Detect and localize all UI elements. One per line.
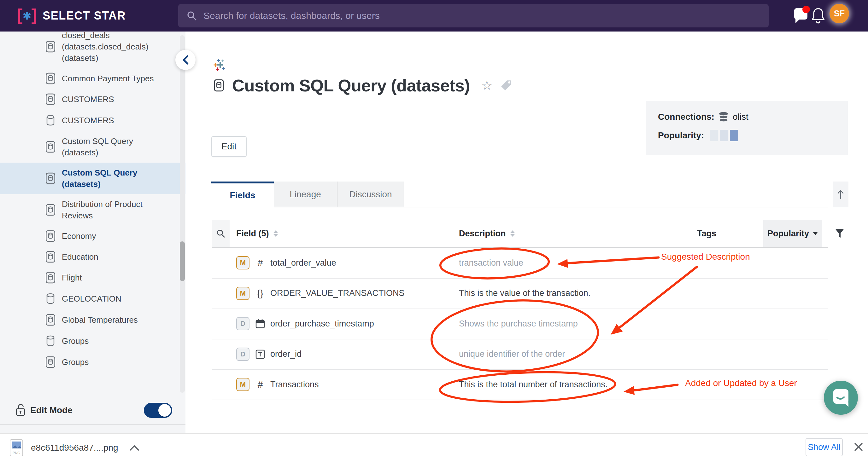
edit-mode-toggle[interactable] bbox=[144, 403, 172, 418]
braces-icon: {} bbox=[254, 288, 267, 299]
expand-file-chevron-icon[interactable] bbox=[130, 445, 139, 451]
row-divider bbox=[212, 400, 828, 400]
sidebar-item[interactable]: closed_deals (datasets.closed_deals) (da… bbox=[0, 32, 185, 68]
column-header-description[interactable]: Description bbox=[459, 220, 515, 247]
filter-button[interactable] bbox=[835, 228, 845, 239]
sidebar-item[interactable]: Custom SQL Query (datasets) bbox=[0, 131, 185, 163]
sidebar-item[interactable]: Custom SQL Query (datasets) bbox=[0, 163, 185, 194]
top-navigation-bar: [✱] SELECT STAR SF bbox=[0, 0, 868, 32]
search-input[interactable] bbox=[204, 10, 740, 21]
notifications-bell-icon[interactable] bbox=[811, 7, 826, 25]
sidebar-scrollbar-track bbox=[180, 35, 185, 393]
sidebar-item-label: Flight bbox=[62, 272, 172, 283]
connections-card: Connections: olist Popularity: bbox=[646, 101, 848, 155]
field-type-badge: M bbox=[236, 256, 249, 269]
field-description: unique identifier of the order bbox=[459, 349, 565, 359]
close-download-bar-icon[interactable] bbox=[854, 442, 864, 453]
field-description: This is the value of the transaction. bbox=[459, 288, 590, 298]
table-icon bbox=[45, 356, 56, 368]
collapse-sidebar-button[interactable] bbox=[175, 50, 195, 70]
sidebar-item[interactable]: Distribution of Product Reviews bbox=[0, 194, 185, 226]
chat-bubble-icon bbox=[832, 389, 850, 407]
popularity-label: Popularity: bbox=[658, 130, 704, 140]
edit-button[interactable]: Edit bbox=[211, 136, 247, 157]
tab-lineage[interactable]: Lineage bbox=[274, 182, 337, 207]
field-type-badge: M bbox=[236, 287, 249, 300]
sidebar-item[interactable]: CUSTOMERS bbox=[0, 110, 185, 131]
sidebar-item[interactable]: Groups bbox=[0, 352, 185, 372]
table-icon bbox=[45, 272, 56, 284]
popularity-block bbox=[720, 130, 728, 141]
popularity-block bbox=[710, 130, 718, 141]
field-name: total_order_value bbox=[270, 258, 336, 268]
table-icon bbox=[45, 230, 56, 242]
field-description: This is the total number of transactions… bbox=[459, 380, 608, 390]
unlock-icon bbox=[15, 403, 26, 417]
scroll-top-button[interactable] bbox=[833, 182, 848, 207]
favorite-star-icon[interactable]: ☆ bbox=[481, 78, 493, 93]
downloaded-file-chip[interactable]: PNG e8c611d956a87....png bbox=[9, 436, 139, 460]
calendar-icon bbox=[255, 319, 265, 329]
column-header-field[interactable]: Field (5) bbox=[236, 220, 278, 247]
sidebar-item-label: CUSTOMERS bbox=[62, 115, 172, 126]
show-all-button[interactable]: Show All bbox=[806, 438, 843, 456]
text-icon bbox=[255, 350, 265, 359]
sidebar-item[interactable]: Common Payment Types bbox=[0, 68, 185, 89]
brand-name: SELECT STAR bbox=[42, 9, 126, 22]
sidebar-list: closed_deals (datasets.closed_deals) (da… bbox=[0, 32, 185, 372]
table-search-button[interactable] bbox=[212, 220, 229, 247]
sidebar-item-label: Economy bbox=[62, 230, 172, 242]
table-row[interactable]: M {} ORDER_VALUE_TRANSACTIONS This is th… bbox=[212, 278, 828, 308]
connections-label: Connections: bbox=[658, 112, 714, 122]
table-row[interactable]: D order_id unique identifier of the orde… bbox=[212, 339, 828, 369]
sidebar-item[interactable]: Flight bbox=[0, 267, 185, 288]
database-stack-icon bbox=[718, 111, 729, 122]
tab-discussion[interactable]: Discussion bbox=[337, 182, 404, 207]
table-icon bbox=[45, 251, 56, 263]
edit-mode-row: Edit Mode bbox=[0, 393, 185, 433]
field-description: Shows the purchase timestamp bbox=[459, 319, 578, 329]
calendar-icon bbox=[254, 319, 267, 329]
sidebar-item[interactable]: Groups bbox=[0, 330, 185, 352]
user-avatar[interactable]: SF bbox=[830, 4, 849, 23]
field-name: order_purchase_timestamp bbox=[270, 319, 374, 329]
field-description: transaction value bbox=[459, 258, 523, 268]
sidebar-scrollbar-thumb[interactable] bbox=[180, 241, 185, 281]
asterisk-icon: ✱ bbox=[22, 10, 32, 21]
svg-text:PNG: PNG bbox=[12, 451, 20, 455]
table-row[interactable]: D order_purchase_timestamp Shows the pur… bbox=[212, 308, 828, 339]
file-name: e8c611d956a87....png bbox=[31, 443, 118, 453]
edit-mode-label: Edit Mode bbox=[30, 405, 72, 415]
tab-fields[interactable]: Fields bbox=[211, 182, 274, 207]
popularity-block bbox=[730, 130, 738, 141]
sidebar-item[interactable]: Global Temperatures bbox=[0, 309, 185, 330]
column-header-popularity[interactable]: Popularity bbox=[763, 220, 822, 247]
chevron-left-icon bbox=[182, 55, 189, 65]
tag-icon[interactable] bbox=[500, 79, 512, 91]
table-icon bbox=[45, 93, 56, 105]
sort-icon bbox=[274, 230, 278, 237]
global-search[interactable] bbox=[178, 4, 769, 27]
sidebar-item[interactable]: Education bbox=[0, 246, 185, 267]
popularity-meter bbox=[710, 130, 738, 141]
table-icon bbox=[45, 314, 56, 326]
sidebar-item[interactable]: CUSTOMERS bbox=[0, 89, 185, 110]
dataset-icon bbox=[213, 79, 224, 92]
sidebar-item-label: Global Temperatures bbox=[62, 314, 172, 326]
caret-down-icon bbox=[813, 232, 818, 235]
shelf-divider bbox=[147, 434, 147, 462]
sidebar-item-label: GEOLOCATION bbox=[62, 293, 172, 304]
table-icon bbox=[45, 72, 56, 85]
sidebar-item-label: Custom SQL Query (datasets) bbox=[62, 135, 172, 158]
select-star-logo: [✱] SELECT STAR bbox=[17, 0, 126, 32]
sidebar-item[interactable]: Economy bbox=[0, 226, 185, 246]
sidebar-item-label: CUSTOMERS bbox=[62, 94, 172, 105]
sidebar-item[interactable]: GEOLOCATION bbox=[0, 288, 185, 309]
table-icon bbox=[45, 172, 56, 184]
feedback-chat-icon[interactable] bbox=[794, 8, 807, 20]
table-icon bbox=[45, 204, 56, 216]
chat-widget-button[interactable] bbox=[824, 381, 858, 415]
search-icon bbox=[186, 10, 197, 21]
field-type-badge: D bbox=[236, 317, 249, 330]
connection-name[interactable]: olist bbox=[733, 112, 748, 122]
